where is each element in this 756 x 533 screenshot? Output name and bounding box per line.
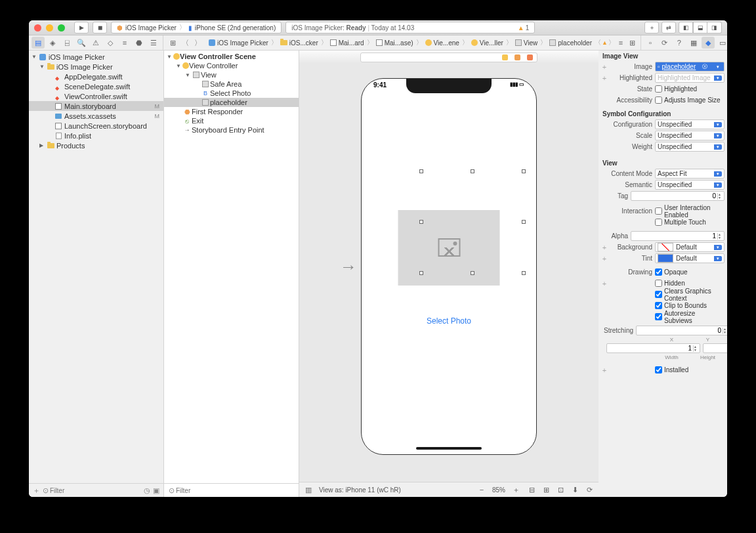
state-highlighted-checkbox[interactable] bbox=[655, 85, 662, 93]
opaque-checkbox[interactable] bbox=[655, 268, 662, 276]
toggle-outline-button[interactable]: ▥ bbox=[303, 484, 314, 495]
autoresize-checkbox[interactable] bbox=[655, 313, 662, 320]
recent-filter-button[interactable]: ◷ bbox=[142, 486, 152, 495]
hidden-checkbox[interactable] bbox=[655, 280, 662, 287]
add-row-button[interactable]: + bbox=[601, 255, 608, 263]
navigator-filter-input[interactable] bbox=[50, 487, 142, 494]
storyboard-canvas[interactable]: → 9:41 ▮▮▮ ▭ Select Photo bbox=[299, 51, 598, 497]
selection-handle[interactable] bbox=[522, 220, 526, 224]
stretch-h-field[interactable]: ▲▼ bbox=[703, 343, 727, 353]
add-row-button[interactable]: + bbox=[601, 280, 608, 288]
selection-handle[interactable] bbox=[419, 220, 423, 224]
library-button[interactable]: ＋ bbox=[644, 22, 659, 33]
source-control-navigator-tab[interactable]: ◈ bbox=[46, 37, 59, 49]
code-review-button[interactable]: ⇄ bbox=[662, 22, 676, 33]
outline-filter-input[interactable] bbox=[176, 487, 296, 494]
identity-inspector-tab[interactable]: ▦ bbox=[687, 37, 700, 49]
run-button[interactable]: ▶ bbox=[74, 22, 89, 33]
add-row-button[interactable]: + bbox=[601, 63, 608, 71]
outline-exit[interactable]: ⎋Exit bbox=[164, 116, 299, 125]
breadcrumb[interactable]: iOS Image Picker〉 iOS...cker〉 Mai...ard〉… bbox=[207, 38, 616, 47]
user-interaction-checkbox[interactable] bbox=[655, 207, 662, 215]
selection-handle[interactable] bbox=[419, 271, 423, 275]
image-field[interactable]: ▫placeholderⓧ▾ bbox=[655, 62, 724, 72]
attributes-inspector-tab[interactable]: ◆ bbox=[702, 37, 715, 49]
add-row-button[interactable]: + bbox=[601, 74, 608, 82]
tint-field[interactable]: Default▾ bbox=[655, 253, 724, 263]
test-navigator-tab[interactable]: ◇ bbox=[104, 37, 117, 49]
alpha-field[interactable]: ▲▼ bbox=[631, 231, 724, 241]
embed-button[interactable]: ⬇ bbox=[570, 484, 580, 495]
find-navigator-tab[interactable]: 🔍 bbox=[75, 37, 88, 49]
report-navigator-tab[interactable]: ☰ bbox=[147, 37, 160, 49]
nav-assets[interactable]: Assets.xcassetsM bbox=[29, 111, 163, 121]
help-inspector-tab[interactable]: ? bbox=[673, 37, 686, 49]
semantic-field[interactable]: Unspecified▾ bbox=[655, 180, 724, 190]
view-as-label[interactable]: View as: iPhone 11 (wC hR) bbox=[319, 486, 401, 494]
scale-field[interactable]: Unspecified▾ bbox=[655, 131, 724, 140]
close-window-button[interactable] bbox=[34, 24, 41, 32]
zoom-out-button[interactable]: − bbox=[476, 484, 487, 495]
outline-entry[interactable]: →Storyboard Entry Point bbox=[164, 125, 299, 135]
outline-view[interactable]: ▼View bbox=[164, 70, 299, 79]
size-inspector-tab[interactable]: ▭ bbox=[716, 37, 727, 49]
background-field[interactable]: Default▾ bbox=[655, 242, 724, 252]
zoom-in-button[interactable]: ＋ bbox=[511, 484, 521, 495]
selection-handle[interactable] bbox=[522, 271, 526, 275]
toggle-debug-button[interactable]: ⬓ bbox=[693, 22, 707, 33]
weight-field[interactable]: Unspecified▾ bbox=[655, 142, 724, 152]
nav-project[interactable]: ▼iOS Image Picker bbox=[29, 52, 163, 62]
history-inspector-tab[interactable]: ⟳ bbox=[658, 37, 671, 49]
highlighted-image-field[interactable]: Highlighted Image▾ bbox=[655, 73, 724, 83]
outline-select-photo[interactable]: BSelect Photo bbox=[164, 89, 299, 98]
selection-handle[interactable] bbox=[419, 169, 423, 173]
tag-field[interactable]: ▲▼ bbox=[631, 191, 724, 201]
issue-navigator-tab[interactable]: ⚠ bbox=[89, 37, 102, 49]
breakpoint-navigator-tab[interactable]: ⬣ bbox=[133, 37, 146, 49]
installed-checkbox[interactable] bbox=[655, 366, 662, 373]
selection-handle[interactable] bbox=[522, 169, 526, 173]
nav-products[interactable]: ▶Products bbox=[29, 140, 163, 150]
related-items-button[interactable]: ⊞ bbox=[167, 37, 178, 48]
activity-status[interactable]: iOS Image Picker: Ready | Today at 14.03… bbox=[285, 22, 535, 33]
project-navigator-tab[interactable]: ▤ bbox=[32, 37, 45, 49]
zoom-window-button[interactable] bbox=[58, 24, 65, 32]
multitouch-checkbox[interactable] bbox=[655, 219, 662, 226]
nav-main-storyboard[interactable]: Main.storyboardM bbox=[29, 101, 163, 111]
pin-button[interactable]: ⊞ bbox=[541, 484, 551, 495]
selection-handle[interactable] bbox=[471, 169, 474, 173]
accessibility-checkbox[interactable] bbox=[655, 96, 662, 104]
outline-safearea[interactable]: Safe Area bbox=[164, 79, 299, 89]
debug-navigator-tab[interactable]: ≡ bbox=[118, 37, 131, 49]
add-button[interactable]: ＋ bbox=[32, 486, 41, 495]
nav-group[interactable]: ▼iOS Image Picker bbox=[29, 62, 163, 72]
zoom-level[interactable]: 85% bbox=[492, 486, 505, 494]
file-inspector-tab[interactable]: ▫ bbox=[644, 37, 657, 49]
align-button[interactable]: ⊟ bbox=[526, 484, 537, 495]
config-field[interactable]: Unspecified▾ bbox=[655, 119, 724, 129]
select-photo-button[interactable]: Select Photo bbox=[362, 316, 536, 326]
nav-appdelegate[interactable]: AppDelegate.swift bbox=[29, 72, 163, 81]
outline-vc[interactable]: ▼View Controller bbox=[164, 61, 299, 70]
nav-infoplist[interactable]: Info.plist bbox=[29, 131, 163, 140]
stretch-x-field[interactable]: ▲▼ bbox=[636, 326, 727, 335]
adjust-editor-button[interactable]: ≡ bbox=[616, 37, 626, 48]
add-editor-button[interactable]: ⊞ bbox=[627, 37, 638, 48]
clears-checkbox[interactable] bbox=[655, 291, 662, 298]
stop-button[interactable]: ◼ bbox=[93, 22, 107, 33]
nav-scenedelegate[interactable]: SceneDelegate.swift bbox=[29, 81, 163, 91]
toggle-inspector-button[interactable]: ◨ bbox=[707, 22, 722, 33]
toggle-navigator-button[interactable]: ◧ bbox=[679, 22, 693, 33]
outline-scene[interactable]: ▼View Controller Scene bbox=[164, 52, 299, 61]
add-row-button[interactable]: + bbox=[601, 244, 608, 251]
content-mode-field[interactable]: Aspect Fit▾ bbox=[655, 169, 724, 179]
scheme-selector[interactable]: ⬢ iOS Image Picker 〉 ▮ iPhone SE (2nd ge… bbox=[111, 22, 282, 33]
resolve-button[interactable]: ⊡ bbox=[555, 484, 566, 495]
update-frames-button[interactable]: ⟳ bbox=[584, 484, 595, 495]
outline-placeholder[interactable]: placeholder bbox=[164, 98, 299, 107]
stretch-w-field[interactable]: ▲▼ bbox=[606, 343, 700, 353]
scm-filter-button[interactable]: ▣ bbox=[152, 486, 161, 495]
minimize-window-button[interactable] bbox=[46, 24, 53, 32]
clip-checkbox[interactable] bbox=[655, 302, 662, 309]
selection-handle[interactable] bbox=[471, 271, 474, 275]
